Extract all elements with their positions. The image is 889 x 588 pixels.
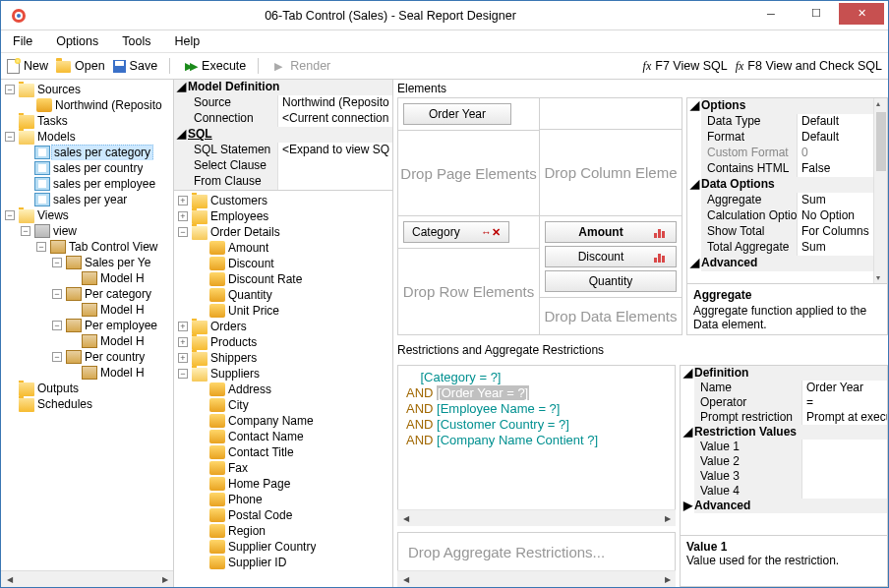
col-address[interactable]: Address	[228, 382, 271, 397]
schema-customers[interactable]: Customers	[210, 194, 267, 208]
nav-horizontal-scrollbar[interactable]: ◀▶	[1, 570, 173, 587]
col-homepage[interactable]: Home Page	[228, 477, 290, 492]
schema-products[interactable]: Products	[210, 335, 257, 350]
col-supcountry[interactable]: Supplier Country	[228, 540, 316, 555]
close-button[interactable]: ✕	[839, 3, 884, 25]
schema-orderdetails[interactable]: Order Details	[210, 225, 280, 240]
element-quantity[interactable]: Quantity	[545, 270, 677, 292]
drop-page-zone[interactable]: Drop Page Elements	[398, 131, 539, 215]
col-discount[interactable]: Discount	[228, 257, 274, 271]
open-button[interactable]: Open	[56, 59, 105, 73]
restriction-properties-grid[interactable]: ◢Definition NameOrder Year Operator= Pro…	[680, 365, 888, 536]
drop-row-zone[interactable]: Drop Row Elements	[398, 249, 539, 334]
remove-icon[interactable]: ↔✕	[481, 226, 501, 239]
elements-designer[interactable]: Order Year Drop Page Elements Drop Colum…	[397, 97, 682, 335]
tree-modelh[interactable]: Model H	[100, 334, 145, 349]
render-button[interactable]: ▶Render	[270, 58, 330, 74]
def-value3[interactable]	[802, 469, 887, 484]
menu-file[interactable]: File	[13, 34, 32, 48]
restrictions-editor[interactable]: [Category = ?] AND [Order Year = ?] AND …	[397, 365, 676, 510]
opt-calc[interactable]: No Option	[798, 208, 873, 224]
col-postal[interactable]: Postal Code	[228, 508, 292, 523]
tree-modelh[interactable]: Model H	[100, 271, 145, 286]
col-city[interactable]: City	[228, 398, 249, 413]
drop-column-zone[interactable]: Drop Column Eleme	[540, 130, 682, 215]
tree-peremployee[interactable]: Per employee	[85, 319, 157, 333]
opt-datatype[interactable]: Default	[798, 114, 873, 130]
col-contactname[interactable]: Contact Name	[228, 430, 304, 444]
tree-model-country[interactable]: sales per country	[53, 161, 143, 176]
restrictions-scrollbar[interactable]: ◀▶	[397, 509, 676, 526]
aggregate-scrollbar[interactable]: ◀▶	[397, 570, 676, 587]
sql-statement[interactable]: <Expand to view SQ	[278, 143, 392, 158]
opt-containshtml[interactable]: False	[798, 161, 873, 177]
tree-modelh[interactable]: Model H	[100, 303, 145, 318]
menu-tools[interactable]: Tools	[122, 34, 150, 48]
navigation-tree[interactable]: −Sources Northwind (Reposito Tasks −Mode…	[1, 80, 174, 587]
minimize-button[interactable]: ─	[748, 3, 794, 25]
opt-showtotal[interactable]: For Columns	[798, 224, 873, 240]
drop-data-zone[interactable]: Drop Data Elements	[540, 298, 682, 334]
col-company[interactable]: Company Name	[228, 414, 314, 429]
schema-suppliers[interactable]: Suppliers	[210, 367, 260, 382]
element-order-year[interactable]: Order Year	[403, 103, 511, 125]
select-clause[interactable]	[278, 158, 392, 174]
tree-percountry[interactable]: Per country	[85, 350, 145, 365]
tree-models[interactable]: Models	[37, 130, 76, 145]
def-value2[interactable]	[802, 454, 887, 469]
def-prompt[interactable]: Prompt at execution	[802, 410, 887, 425]
opt-customformat[interactable]: 0	[798, 146, 873, 161]
modeldef-connection[interactable]: <Current connection	[278, 111, 392, 127]
modeldef-source[interactable]: Northwind (Reposito	[278, 95, 392, 111]
col-supid[interactable]: Supplier ID	[228, 556, 286, 570]
new-button[interactable]: New	[7, 59, 48, 74]
maximize-button[interactable]: ☐	[794, 3, 839, 25]
tree-tasks[interactable]: Tasks	[37, 114, 68, 129]
drop-aggregate-zone[interactable]: Drop Aggregate Restrictions...	[397, 532, 676, 571]
tree-northwind[interactable]: Northwind (Reposito	[55, 98, 162, 113]
menu-options[interactable]: Options	[56, 34, 98, 48]
tree-outputs[interactable]: Outputs	[37, 382, 79, 396]
col-contacttitle[interactable]: Contact Title	[228, 445, 294, 460]
tree-model-employee[interactable]: sales per employee	[53, 177, 155, 192]
element-amount[interactable]: Amount	[545, 221, 677, 243]
schema-orders[interactable]: Orders	[210, 320, 247, 334]
def-value4[interactable]	[802, 484, 887, 499]
tree-percategory[interactable]: Per category	[85, 287, 151, 302]
col-amount[interactable]: Amount	[228, 241, 268, 256]
tree-model-year[interactable]: sales per year	[53, 193, 127, 207]
tree-view[interactable]: view	[53, 224, 77, 239]
def-operator[interactable]: =	[802, 395, 887, 410]
tree-views[interactable]: Views	[37, 208, 69, 223]
col-quantity[interactable]: Quantity	[228, 288, 272, 303]
col-fax[interactable]: Fax	[228, 461, 248, 476]
from-clause[interactable]	[278, 174, 392, 190]
view-check-sql-button[interactable]: fxF8 View and Check SQL	[736, 59, 882, 74]
col-discountrate[interactable]: Discount Rate	[228, 272, 302, 287]
menu-help[interactable]: Help	[174, 34, 200, 48]
def-value1[interactable]	[802, 440, 887, 454]
element-category[interactable]: Category↔✕	[403, 221, 509, 243]
tree-tabcontrol[interactable]: Tab Control View	[69, 240, 158, 255]
save-button[interactable]: Save	[113, 59, 158, 73]
schema-employees[interactable]: Employees	[210, 209, 268, 224]
tree-schedules[interactable]: Schedules	[37, 397, 92, 412]
tree-salesperyear[interactable]: Sales per Ye	[85, 256, 150, 270]
tree-modelh[interactable]: Model H	[100, 366, 145, 381]
execute-button[interactable]: ▶▶Execute	[182, 58, 246, 74]
schema-shippers[interactable]: Shippers	[210, 351, 257, 366]
schema-tree[interactable]: +Customers +Employees −Order Details Amo…	[174, 191, 392, 587]
opt-aggregate[interactable]: Sum	[798, 193, 873, 208]
def-name[interactable]: Order Year	[802, 381, 887, 395]
opt-format[interactable]: Default	[798, 130, 873, 146]
view-sql-button[interactable]: fxF7 View SQL	[643, 59, 728, 74]
tree-model-category[interactable]: sales per category	[51, 145, 153, 160]
tree-sources[interactable]: Sources	[37, 83, 81, 97]
col-unitprice[interactable]: Unit Price	[228, 304, 279, 319]
element-options-grid[interactable]: ◢Options Data TypeDefault FormatDefault …	[686, 97, 888, 284]
col-region[interactable]: Region	[228, 524, 266, 539]
options-scrollbar[interactable]	[873, 98, 887, 283]
element-discount[interactable]: Discount	[545, 246, 677, 267]
model-definition-grid[interactable]: ◢Model Definition SourceNorthwind (Repos…	[174, 80, 392, 191]
col-phone[interactable]: Phone	[228, 493, 263, 507]
